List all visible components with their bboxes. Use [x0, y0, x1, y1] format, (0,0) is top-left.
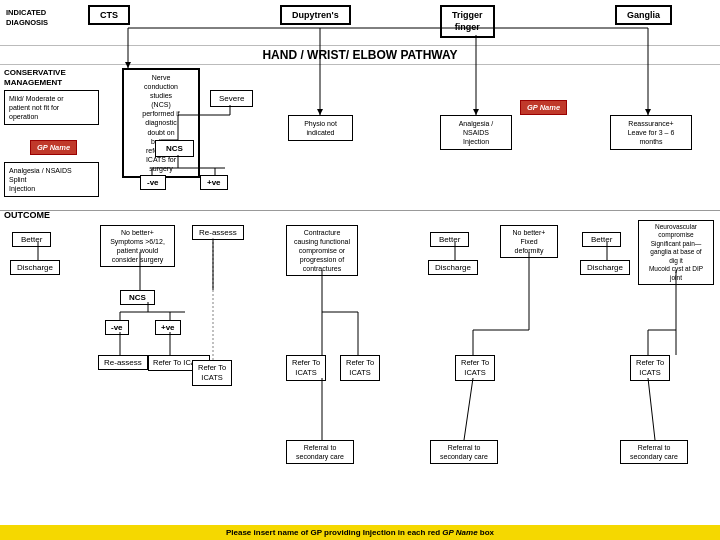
refer-icats-cts-box: Refer To ICATS — [192, 360, 232, 386]
better-left-box: Better — [12, 232, 51, 247]
discharge-ganglia-box: Discharge — [580, 260, 630, 275]
refer-icats-trigger-box: Refer To ICATS — [455, 355, 495, 381]
svg-line-31 — [464, 378, 473, 440]
refer-icats-dup1-box: Refer To ICATS — [286, 355, 326, 381]
gp-name-left-box[interactable]: GP Name — [30, 140, 77, 155]
discharge-trigger-box: Discharge — [428, 260, 478, 275]
indicated-diagnosis-label: INDICATED DIAGNOSIS — [6, 8, 48, 28]
outcome-label: OUTCOME — [4, 210, 50, 220]
gp-name-trigger-box[interactable]: GP Name — [520, 100, 567, 115]
positive-outcome-box: +ve — [155, 320, 181, 335]
conservative-management-label: CONSERVATIVE MANAGEMENT — [4, 68, 104, 89]
refer-icats-dup2-box: Refer To ICATS — [340, 355, 380, 381]
neurovascular-compromise-box: Neurovascular compromise Significant pai… — [638, 220, 714, 285]
better-ganglia-box: Better — [582, 232, 621, 247]
refer-icats-ganglia-box: Refer To ICATS — [630, 355, 670, 381]
no-better-fixed-box: No better+ Fixed deformity — [500, 225, 558, 258]
discharge-left-box: Discharge — [10, 260, 60, 275]
referral-secondary-dupuytren-box: Referral to secondary care — [286, 440, 354, 464]
referral-secondary-trigger-box: Referral to secondary care — [430, 440, 498, 464]
dupuytren-diagnosis-box: Dupytren's — [280, 5, 351, 25]
contracture-box: Contracture causing functional compromis… — [286, 225, 358, 276]
ncs-main-box: NCS — [155, 140, 194, 157]
bottom-notice-bar: Please insert name of GP providing Injec… — [0, 525, 720, 540]
pathway-title: HAND / WRIST/ ELBOW PATHWAY — [0, 45, 720, 65]
analgesia-left-box: Analgesia / NSAIDS Splint Injection — [4, 162, 99, 197]
svg-line-36 — [648, 378, 655, 440]
mild-moderate-box: Mild/ Moderate or patient not fit for op… — [4, 90, 99, 125]
negative-outcome-box: -ve — [105, 320, 129, 335]
negative-sign-box-1: -ve — [140, 175, 166, 190]
better-trigger-box: Better — [430, 232, 469, 247]
ncs-outcome-box: NCS — [120, 290, 155, 305]
nerve-conduction-studies-box: Nerve conduction studies (NCS) performed… — [122, 68, 200, 178]
ganglia-diagnosis-box: Ganglia — [615, 5, 672, 25]
bottom-notice-text: Please insert name of GP providing Injec… — [226, 528, 494, 537]
physio-not-indicated-box: Physio not indicated — [288, 115, 353, 141]
reassess-outcome-box: Re-assess — [98, 355, 148, 370]
reassess-cts-box: Re-assess — [192, 225, 244, 240]
no-better-cts-box: No better+ Symptoms >6/12, patient would… — [100, 225, 175, 267]
positive-sign-box-1: +ve — [200, 175, 228, 190]
severe-box: Severe — [210, 90, 253, 107]
reassurance-ganglia-box: Reassurance+ Leave for 3 – 6 months — [610, 115, 692, 150]
trigger-finger-diagnosis-box: Trigger finger — [440, 5, 495, 38]
referral-secondary-ganglia-box: Referral to secondary care — [620, 440, 688, 464]
cts-diagnosis-box: CTS — [88, 5, 130, 25]
section-divider — [0, 210, 720, 211]
analgesia-nsaids-trigger-box: Analgesia / NSAIDS Injection — [440, 115, 512, 150]
